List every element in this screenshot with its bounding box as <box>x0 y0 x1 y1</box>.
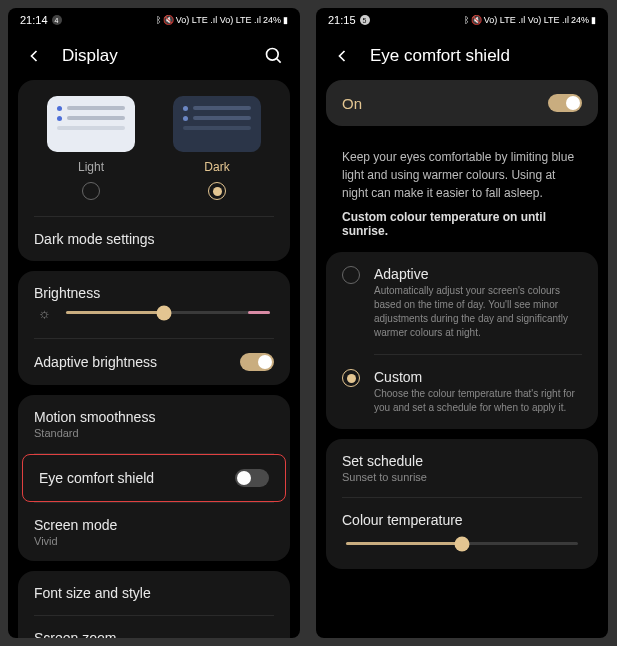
page-title: Eye comfort shield <box>370 46 592 66</box>
mode-section: Adaptive Automatically adjust your scree… <box>326 252 598 429</box>
svg-line-1 <box>277 59 281 63</box>
brightness-slider[interactable] <box>66 311 270 314</box>
display-options-section: Motion smoothness Standard Eye comfort s… <box>18 395 290 561</box>
light-preview-icon <box>47 96 135 152</box>
adaptive-option[interactable]: Adaptive Automatically adjust your scree… <box>326 252 598 354</box>
brightness-label: Brightness <box>34 285 100 301</box>
dark-preview-icon <box>173 96 261 152</box>
adaptive-title: Adaptive <box>374 266 582 282</box>
back-arrow-icon[interactable] <box>24 46 44 66</box>
schedule-sub: Sunset to sunrise <box>342 471 582 483</box>
back-arrow-icon[interactable] <box>332 46 352 66</box>
screen-mode-sub: Vivid <box>34 535 274 547</box>
colour-temp-slider[interactable] <box>346 542 578 545</box>
mute-icon: 🔇 <box>471 15 482 25</box>
adaptive-radio[interactable] <box>342 266 360 284</box>
description-status: Custom colour temperature on until sunri… <box>326 210 598 252</box>
svg-point-0 <box>267 49 279 61</box>
motion-smoothness-item[interactable]: Motion smoothness Standard <box>18 395 290 453</box>
brightness-section: Brightness ☼ Adaptive brightness <box>18 271 290 385</box>
clock-time: 21:15 <box>328 14 356 26</box>
custom-radio[interactable] <box>342 369 360 387</box>
theme-light-label: Light <box>78 160 104 174</box>
screen-mode-label: Screen mode <box>34 517 274 533</box>
colour-temperature-item[interactable]: Colour temperature <box>326 498 598 569</box>
adaptive-brightness-label: Adaptive brightness <box>34 354 157 370</box>
page-title: Display <box>62 46 246 66</box>
screen-zoom-item[interactable]: Screen zoom <box>18 616 290 638</box>
network-indicators: Vo) LTE .ıl Vo) LTE .ıl <box>484 15 569 25</box>
theme-light-option[interactable]: Light <box>34 96 148 200</box>
motion-smoothness-sub: Standard <box>34 427 274 439</box>
eye-comfort-shield-item[interactable]: Eye comfort shield <box>22 454 286 502</box>
battery-icon: ▮ <box>591 15 596 25</box>
bluetooth-icon: ᛒ <box>464 15 469 25</box>
eye-comfort-main-toggle[interactable] <box>548 94 582 112</box>
battery-percent: 24% <box>571 15 589 25</box>
custom-desc: Choose the colour temperature that's rig… <box>374 387 582 415</box>
notification-count-icon: 5 <box>360 15 370 25</box>
eye-comfort-screen: 21:15 5 ᛒ 🔇 Vo) LTE .ıl Vo) LTE .ıl 24% … <box>316 8 608 638</box>
schedule-label: Set schedule <box>342 453 582 469</box>
header: Display <box>8 32 300 80</box>
theme-light-radio[interactable] <box>82 182 100 200</box>
brightness-item[interactable]: Brightness ☼ <box>18 271 290 338</box>
battery-icon: ▮ <box>283 15 288 25</box>
eye-comfort-label: Eye comfort shield <box>39 470 154 486</box>
notification-count-icon: 4 <box>52 15 62 25</box>
theme-dark-option[interactable]: Dark <box>160 96 274 200</box>
adaptive-brightness-item[interactable]: Adaptive brightness <box>18 339 290 385</box>
adaptive-brightness-toggle[interactable] <box>240 353 274 371</box>
font-size-item[interactable]: Font size and style <box>18 571 290 615</box>
mute-icon: 🔇 <box>163 15 174 25</box>
status-bar: 21:15 5 ᛒ 🔇 Vo) LTE .ıl Vo) LTE .ıl 24% … <box>316 8 608 32</box>
search-icon[interactable] <box>264 46 284 66</box>
theme-dark-label: Dark <box>204 160 229 174</box>
custom-title: Custom <box>374 369 582 385</box>
font-zoom-section: Font size and style Screen zoom <box>18 571 290 638</box>
display-settings-screen: 21:14 4 ᛒ 🔇 Vo) LTE .ıl Vo) LTE .ıl 24% … <box>8 8 300 638</box>
network-indicators: Vo) LTE .ıl Vo) LTE .ıl <box>176 15 261 25</box>
status-bar: 21:14 4 ᛒ 🔇 Vo) LTE .ıl Vo) LTE .ıl 24% … <box>8 8 300 32</box>
eye-comfort-toggle[interactable] <box>235 469 269 487</box>
theme-section: Light Dark Dark mode settings <box>18 80 290 261</box>
on-label: On <box>342 95 362 112</box>
schedule-temp-section: Set schedule Sunset to sunrise Colour te… <box>326 439 598 569</box>
on-toggle-section[interactable]: On <box>326 80 598 126</box>
brightness-icon: ☼ <box>38 305 51 321</box>
bluetooth-icon: ᛒ <box>156 15 161 25</box>
clock-time: 21:14 <box>20 14 48 26</box>
adaptive-desc: Automatically adjust your screen's colou… <box>374 284 582 340</box>
header: Eye comfort shield <box>316 32 608 80</box>
set-schedule-item[interactable]: Set schedule Sunset to sunrise <box>326 439 598 497</box>
dark-mode-settings-item[interactable]: Dark mode settings <box>18 217 290 261</box>
description-text: Keep your eyes comfortable by limiting b… <box>326 136 598 210</box>
motion-smoothness-label: Motion smoothness <box>34 409 274 425</box>
custom-option[interactable]: Custom Choose the colour temperature tha… <box>326 355 598 429</box>
battery-percent: 24% <box>263 15 281 25</box>
theme-dark-radio[interactable] <box>208 182 226 200</box>
colour-temp-label: Colour temperature <box>342 512 582 528</box>
screen-mode-item[interactable]: Screen mode Vivid <box>18 503 290 561</box>
